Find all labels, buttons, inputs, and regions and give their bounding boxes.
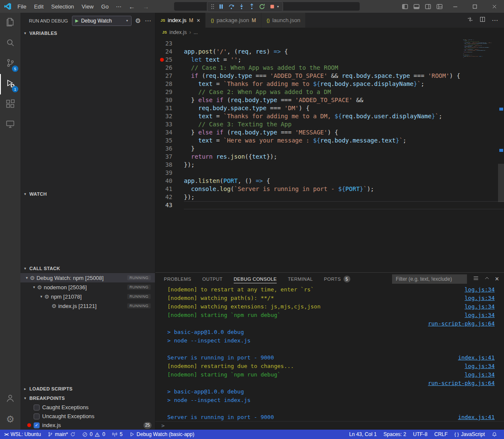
gutter[interactable]: 2324252627282930313233343536373839404142… bbox=[155, 37, 184, 272]
activity-extensions[interactable] bbox=[0, 94, 20, 115]
menu-edit[interactable]: Edit bbox=[30, 3, 47, 10]
debug-config-dropdown[interactable]: ▶ Debug Watch ▾ bbox=[72, 16, 132, 26]
source-link[interactable]: log.js:34 bbox=[465, 294, 495, 302]
status-item-debug-status[interactable]: Debug Watch (basic-app) bbox=[126, 430, 198, 439]
toggle-secondary-sidebar-icon[interactable] bbox=[422, 0, 434, 13]
activity-accounts[interactable] bbox=[0, 389, 20, 409]
restart-icon[interactable] bbox=[259, 3, 265, 10]
code-editor[interactable]: 2324252627282930313233343536373839404142… bbox=[155, 37, 504, 272]
source-link[interactable]: log.js:34 bbox=[465, 362, 495, 371]
call-stack-row[interactable]: ▾⚙nodemon [25036]RUNNING bbox=[20, 282, 155, 292]
close-tab-icon[interactable]: × bbox=[197, 17, 200, 24]
views-more-actions-icon[interactable]: ⋯ bbox=[145, 17, 152, 25]
section-watch[interactable]: ▾ WATCH bbox=[20, 189, 155, 199]
console-input[interactable]: > bbox=[155, 421, 504, 430]
drag-handle-icon[interactable] bbox=[211, 4, 214, 9]
breakpoint-checkbox[interactable] bbox=[34, 405, 40, 410]
activity-search[interactable] bbox=[0, 33, 20, 54]
breakpoint-dot[interactable] bbox=[160, 58, 164, 62]
call-stack-row[interactable]: ▾⚙Debug Watch: npm [25008]RUNNING bbox=[20, 273, 155, 282]
status-item-language-mode[interactable]: { }JavaScript bbox=[451, 430, 488, 439]
customize-layout-icon[interactable] bbox=[434, 0, 445, 13]
breakpoint-row[interactable]: Caught Exceptions bbox=[20, 403, 155, 412]
breakpoint-checkbox[interactable]: ✓ bbox=[34, 422, 40, 428]
pause-icon[interactable] bbox=[218, 3, 224, 10]
activity-source-control[interactable]: 5 bbox=[0, 54, 20, 74]
panel-tab[interactable]: OUTPUT bbox=[202, 273, 223, 285]
breakpoint-checkbox[interactable] bbox=[34, 413, 40, 419]
toggle-panel-icon[interactable] bbox=[411, 0, 422, 13]
source-link[interactable]: run-script-pkg.js:64 bbox=[428, 379, 495, 388]
breadcrumb-file[interactable]: index.js bbox=[169, 29, 187, 35]
close-panel-icon[interactable]: × bbox=[495, 275, 499, 283]
panel-tab[interactable]: PORTS5 bbox=[324, 273, 350, 285]
console-filter-input[interactable] bbox=[392, 274, 467, 284]
stop-icon[interactable] bbox=[269, 3, 275, 10]
start-debug-icon[interactable]: ▶ bbox=[75, 18, 79, 23]
editor-tab[interactable]: JSindex.jsM× bbox=[155, 13, 206, 28]
source-link[interactable]: index.js:41 bbox=[458, 353, 495, 362]
status-item-remote-indicator[interactable]: ><WSL: Ubuntu bbox=[1, 430, 44, 439]
source-link[interactable]: log.js:34 bbox=[465, 311, 495, 319]
go-forward-icon[interactable]: → bbox=[139, 3, 153, 10]
status-item-problems[interactable]: 00 bbox=[79, 430, 109, 439]
activity-run-debug[interactable]: 1 bbox=[0, 74, 20, 94]
split-editor-icon[interactable] bbox=[479, 16, 486, 24]
maximize-icon[interactable] bbox=[465, 0, 484, 13]
status-item-indentation[interactable]: Spaces: 2 bbox=[380, 430, 410, 439]
activity-explorer[interactable] bbox=[0, 13, 20, 33]
menu-selection[interactable]: Selection bbox=[47, 3, 77, 10]
go-back-icon[interactable]: ← bbox=[125, 3, 139, 10]
menu-overflow-icon[interactable]: ⋯ bbox=[112, 3, 125, 10]
step-over-icon[interactable] bbox=[228, 3, 235, 10]
overview-ruler[interactable] bbox=[498, 37, 504, 272]
step-into-icon[interactable] bbox=[238, 3, 245, 10]
editor-tab[interactable]: {}package.jsonM bbox=[206, 13, 261, 28]
call-stack-row[interactable]: ▾⚙npm [21078]RUNNING bbox=[20, 292, 155, 301]
status-item-git-branch[interactable]: main* bbox=[44, 430, 79, 439]
open-changes-icon[interactable] bbox=[467, 16, 473, 24]
step-out-icon[interactable] bbox=[249, 3, 255, 10]
panel-tab[interactable]: TERMINAL bbox=[288, 273, 313, 285]
code-lines[interactable]: app.post('/', (req, res) => { let text =… bbox=[184, 37, 504, 272]
section-breakpoints[interactable]: ▾ BREAKPOINTS bbox=[20, 393, 155, 403]
close-window-icon[interactable] bbox=[484, 0, 504, 13]
status-item-encoding[interactable]: UTF-8 bbox=[410, 430, 431, 439]
variables-body bbox=[20, 38, 155, 189]
breadcrumb-symbol[interactable]: ... bbox=[194, 29, 198, 35]
status-item-cursor-position[interactable]: Ln 43, Col 1 bbox=[346, 430, 380, 439]
source-link[interactable]: log.js:34 bbox=[465, 285, 495, 294]
panel-tab[interactable]: DEBUG CONSOLE bbox=[234, 273, 277, 285]
menu-file[interactable]: File bbox=[14, 3, 30, 10]
breakpoint-row[interactable]: Uncaught Exceptions bbox=[20, 412, 155, 421]
configure-gear-icon[interactable]: ⚙ bbox=[135, 17, 141, 25]
activity-settings[interactable]: ⚙ bbox=[0, 409, 20, 430]
panel-tab[interactable]: PROBLEMS bbox=[164, 273, 191, 285]
status-item-forwarded-ports[interactable]: 5 bbox=[109, 430, 126, 439]
debug-console-output[interactable]: [nodemon] to restart at any time, enter … bbox=[155, 285, 504, 421]
status-item-eol[interactable]: CRLF bbox=[431, 430, 451, 439]
scrollbar-thumb[interactable] bbox=[498, 164, 504, 202]
editor-more-actions-icon[interactable]: ⋯ bbox=[492, 17, 498, 24]
menu-go[interactable]: Go bbox=[97, 3, 112, 10]
stop-dropdown-chevron-icon[interactable]: ▾ bbox=[277, 5, 279, 9]
call-stack-row[interactable]: ⚙index.js [21121]RUNNING bbox=[20, 301, 155, 311]
console-row: run-script-pkg.js:64 bbox=[155, 379, 504, 388]
source-link[interactable]: run-script-pkg.js:64 bbox=[428, 319, 495, 328]
source-link[interactable]: log.js:34 bbox=[465, 302, 495, 311]
section-variables[interactable]: ▾ VARIABLES bbox=[20, 29, 155, 38]
breakpoint-row[interactable]: ✓index.js25 bbox=[20, 421, 155, 430]
source-link[interactable]: index.js:41 bbox=[458, 413, 495, 421]
section-call-stack[interactable]: ▾ CALL STACK bbox=[20, 264, 155, 273]
section-loaded-scripts[interactable]: ▸ LOADED SCRIPTS bbox=[20, 384, 155, 393]
minimap[interactable]: app.post('/', (req, res) => { let text =… bbox=[463, 38, 498, 272]
source-link[interactable]: log.js:34 bbox=[465, 371, 495, 379]
collapse-all-icon[interactable] bbox=[473, 275, 479, 283]
activity-remote-explorer[interactable] bbox=[0, 115, 20, 135]
status-item-notifications[interactable] bbox=[488, 430, 501, 439]
minimize-icon[interactable] bbox=[445, 0, 465, 13]
menu-view[interactable]: View bbox=[78, 3, 97, 10]
editor-tab[interactable]: {}launch.json bbox=[261, 13, 306, 28]
maximize-panel-icon[interactable] bbox=[484, 275, 490, 283]
toggle-primary-sidebar-icon[interactable] bbox=[399, 0, 411, 13]
